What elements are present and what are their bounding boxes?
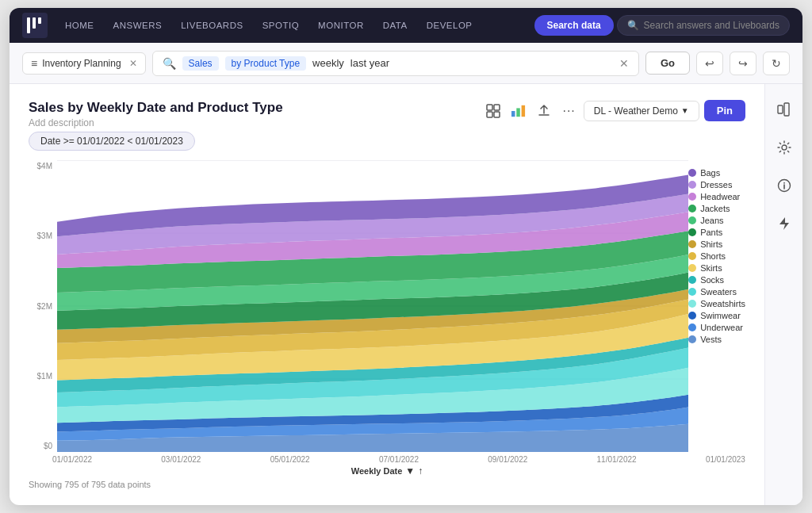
- legend-color-shorts: [688, 252, 696, 260]
- legend-sweaters: Sweaters: [688, 287, 745, 297]
- legend-color-jackets: [688, 205, 696, 212]
- legend-color-sweatshirts: [688, 300, 696, 308]
- global-search-box[interactable]: 🔍 Search answers and Liveboards: [617, 15, 790, 36]
- share-icon[interactable]: [534, 101, 554, 121]
- search-icon: 🔍: [627, 20, 639, 31]
- search-bar: ≡ Inventory Planning ✕ 🔍 Sales by Produc…: [10, 43, 802, 84]
- svg-rect-17: [784, 103, 789, 116]
- chart-config-icon[interactable]: [772, 97, 797, 122]
- chart-svg: [57, 160, 688, 452]
- dropdown-chevron-icon: ▼: [681, 106, 689, 115]
- back-arrow[interactable]: ↩: [696, 52, 723, 75]
- chart-inner: $4M $3M $2M $1M $0: [29, 160, 745, 452]
- legend-color-swimwear: [688, 312, 696, 320]
- more-options-icon[interactable]: ···: [559, 101, 578, 121]
- legend-underwear: Underwear: [688, 323, 745, 332]
- app-logo[interactable]: [22, 13, 48, 38]
- legend-shorts: Shorts: [688, 251, 745, 261]
- chart-header: Sales by Weekly Date and Product Type Ad…: [29, 100, 745, 128]
- legend-color-sweaters: [688, 288, 696, 296]
- search-clear-icon[interactable]: ✕: [619, 57, 629, 70]
- search-input[interactable]: 🔍 Sales by Product Type weekly last year…: [152, 51, 639, 76]
- source-close-icon[interactable]: ✕: [129, 58, 137, 69]
- legend-shirts: Shirts: [688, 239, 745, 249]
- tag-weekly[interactable]: weekly: [312, 57, 344, 69]
- svg-rect-10: [522, 105, 526, 116]
- svg-rect-1: [27, 17, 30, 33]
- chart-type-icon[interactable]: [508, 101, 529, 121]
- chart-title: Sales by Weekly Date and Product Type: [29, 100, 283, 116]
- legend-jackets: Jackets: [688, 204, 745, 213]
- legend-color-pants: [688, 228, 696, 236]
- svg-rect-5: [494, 105, 500, 110]
- tag-product-type[interactable]: by Product Type: [225, 56, 307, 71]
- legend-socks: Socks: [688, 275, 745, 285]
- legend-skirts: Skirts: [688, 263, 745, 273]
- nav-data[interactable]: DATA: [375, 17, 416, 34]
- chart-title-group: Sales by Weekly Date and Product Type Ad…: [29, 100, 283, 128]
- forward-arrow[interactable]: ↪: [730, 52, 756, 75]
- svg-rect-3: [38, 17, 41, 24]
- svg-rect-7: [494, 112, 500, 117]
- nav-monitor[interactable]: MONITOR: [310, 17, 372, 34]
- search-source[interactable]: ≡ Inventory Planning ✕: [22, 52, 146, 75]
- x-axis-labels: 01/01/2022 03/01/2022 05/01/2022 07/01/2…: [29, 452, 745, 464]
- source-icon: ≡: [31, 57, 37, 70]
- x-axis-title[interactable]: Weekly Date ▼ ↑: [29, 465, 745, 477]
- svg-rect-2: [33, 17, 36, 29]
- nav-develop[interactable]: DEVELOP: [419, 17, 481, 34]
- main-content: Sales by Weekly Date and Product Type Ad…: [10, 84, 802, 505]
- settings-icon[interactable]: [772, 135, 797, 160]
- legend-vests: Vests: [688, 335, 745, 344]
- legend-color-dresses: [688, 181, 696, 189]
- legend-color-skirts: [688, 264, 696, 272]
- table-view-icon[interactable]: [483, 101, 504, 121]
- chart-area: Sales by Weekly Date and Product Type Ad…: [10, 84, 764, 505]
- data-points-label: Showing 795 of 795 data points: [29, 480, 745, 489]
- svg-rect-9: [517, 108, 521, 117]
- chart-legend: Bags Dresses Headwear Jackets: [688, 160, 745, 452]
- legend-swimwear: Swimwear: [688, 311, 745, 320]
- legend-color-jeans: [688, 216, 696, 224]
- legend-color-shirts: [688, 240, 696, 248]
- refresh-icon[interactable]: ↻: [763, 52, 790, 75]
- datasource-label: DL - Weather Demo: [594, 105, 678, 117]
- legend-color-headwear: [688, 193, 696, 201]
- nav-liveboards[interactable]: LIVEBOARDS: [173, 17, 251, 34]
- legend-color-bags: [688, 169, 696, 177]
- sort-asc-icon[interactable]: ↑: [418, 465, 423, 477]
- svg-rect-8: [511, 111, 515, 117]
- right-panel: [764, 84, 802, 505]
- search-data-button[interactable]: Search data: [534, 15, 614, 36]
- search-box-placeholder: Search answers and Liveboards: [644, 20, 779, 31]
- chart-description[interactable]: Add description: [29, 117, 283, 128]
- legend-sweatshirts: Sweatshirts: [688, 299, 745, 308]
- filter-badge[interactable]: Date >= 01/01/2022 < 01/01/2023: [29, 132, 195, 151]
- tag-sales[interactable]: Sales: [182, 56, 219, 71]
- legend-dresses: Dresses: [688, 180, 745, 190]
- app-window: HOME ANSWERS LIVEBOARDS SPOTIQ MONITOR D…: [10, 8, 802, 505]
- nav-answers[interactable]: ANSWERS: [105, 17, 170, 34]
- svg-rect-6: [487, 112, 492, 117]
- legend-color-socks: [688, 276, 696, 284]
- legend-headwear: Headwear: [688, 192, 745, 201]
- tag-last-year[interactable]: last year: [350, 57, 389, 69]
- nav-bar: HOME ANSWERS LIVEBOARDS SPOTIQ MONITOR D…: [10, 8, 802, 43]
- legend-color-underwear: [688, 323, 696, 331]
- info-icon[interactable]: [772, 173, 797, 198]
- svg-rect-16: [778, 105, 783, 113]
- sort-icon[interactable]: ▼: [405, 465, 415, 477]
- nav-spotiq[interactable]: SPOTIQ: [255, 17, 307, 34]
- lightning-icon[interactable]: [772, 211, 797, 236]
- nav-home[interactable]: HOME: [57, 17, 102, 34]
- legend-bags: Bags: [688, 168, 745, 178]
- svg-point-18: [782, 145, 787, 150]
- source-label: Inventory Planning: [42, 58, 121, 69]
- svg-rect-4: [487, 105, 492, 110]
- legend-jeans: Jeans: [688, 216, 745, 225]
- search-glass-icon: 🔍: [163, 57, 176, 70]
- go-button[interactable]: Go: [645, 52, 690, 75]
- chart-container: $4M $3M $2M $1M $0: [29, 160, 745, 489]
- datasource-button[interactable]: DL - Weather Demo ▼: [584, 101, 699, 121]
- pin-button[interactable]: Pin: [704, 100, 745, 121]
